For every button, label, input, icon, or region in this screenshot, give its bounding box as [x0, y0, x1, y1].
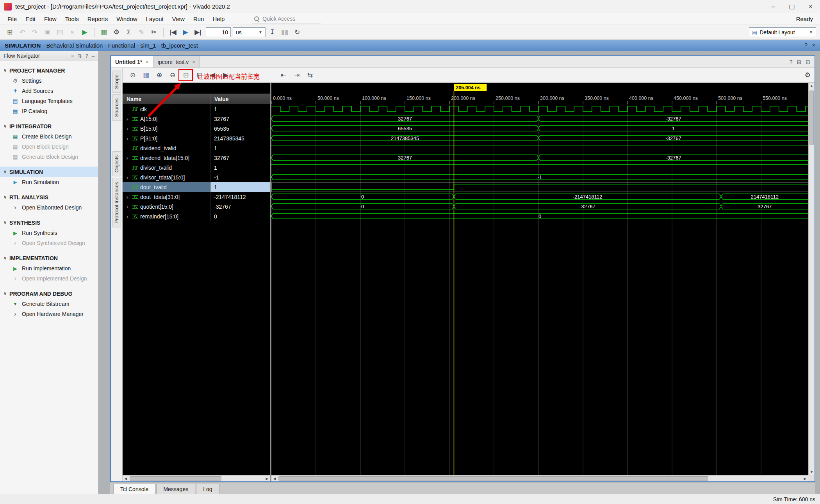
quick-access-search[interactable]: Quick Access	[252, 15, 321, 23]
close-icon[interactable]: ×	[192, 59, 195, 65]
flownav-item-open-synthesized-design[interactable]: Open Synthesized Design	[0, 238, 98, 248]
flow-section-header-program-and-debug[interactable]: ∨PROGRAM AND DEBUG	[0, 288, 98, 299]
open-project-icon[interactable]: ⊞	[4, 27, 16, 38]
signal-row[interactable]: ›dout_tdata[31:0]-2147418112	[123, 192, 270, 202]
maximize-button[interactable]: ▢	[783, 0, 801, 13]
menu-file[interactable]: File	[3, 14, 21, 24]
value-column-header[interactable]: Value	[210, 94, 270, 104]
console-tab-log[interactable]: Log	[196, 484, 219, 494]
flow-section-header-ip-integrator[interactable]: ∨IP INTEGRATOR	[0, 121, 98, 131]
flownav-item-run-simulation[interactable]: Run Simulation	[0, 177, 98, 187]
console-tab-tcl-console[interactable]: Tcl Console	[113, 484, 155, 494]
flownav-item-language-templates[interactable]: Language Templates	[0, 96, 98, 106]
expand-icon[interactable]: ›	[125, 214, 130, 219]
flownav-item-ip-catalog[interactable]: IP Catalog	[0, 106, 98, 116]
expand-icon[interactable]: ›	[125, 126, 130, 131]
flownav-item-open-block-design[interactable]: Open Block Design	[0, 142, 98, 152]
step-icon[interactable]: ↧	[266, 27, 278, 38]
maximize-icon[interactable]: ⊡	[806, 59, 810, 65]
expand-icon[interactable]: ›	[125, 175, 130, 180]
scroll-up-icon[interactable]: ▲	[809, 83, 815, 89]
menu-help[interactable]: Help	[208, 14, 229, 24]
side-tab-objects[interactable]: Objects	[112, 151, 121, 176]
edit-icon[interactable]: ✎	[135, 27, 147, 38]
menu-run[interactable]: Run	[189, 14, 209, 24]
wave-settings-icon[interactable]: ⚙	[805, 71, 811, 79]
flownav-item-generate-bitstream[interactable]: Generate Bitstream	[0, 299, 98, 309]
collapse-all-icon[interactable]: ≡	[71, 53, 74, 59]
undo-icon[interactable]: ↶	[16, 27, 28, 38]
flow-section-header-simulation[interactable]: ∨SIMULATION	[0, 167, 98, 177]
restart-icon[interactable]: |◀	[167, 27, 179, 38]
sum-icon[interactable]: Σ	[123, 27, 135, 38]
editor-tab-ipcore-test-v[interactable]: ipcore_test.v×	[153, 56, 200, 67]
menu-view[interactable]: View	[168, 14, 189, 24]
expand-icon[interactable]: ›	[125, 116, 130, 122]
name-column-header[interactable]: Name	[123, 94, 210, 104]
signal-row[interactable]: divisor_tvalid1	[123, 163, 270, 172]
flownav-item-add-sources[interactable]: Add Sources	[0, 86, 98, 96]
waveform-canvas[interactable]: 0.000 ns50.000 ns100.000 ns150.000 ns200…	[271, 83, 808, 475]
menu-window[interactable]: Window	[112, 14, 141, 24]
expand-icon[interactable]: ›	[125, 204, 130, 209]
names-hscroll-thumb[interactable]	[130, 476, 221, 481]
names-hscroll-track[interactable]	[129, 476, 264, 481]
menu-layout[interactable]: Layout	[142, 14, 168, 24]
side-tab-sources[interactable]: Sources	[112, 94, 121, 121]
close-button[interactable]: ×	[801, 0, 820, 13]
help-icon[interactable]: ?	[86, 53, 88, 59]
signal-row[interactable]: ›divisor_tdata[15:0]-1	[123, 172, 270, 182]
minimize-icon[interactable]: –	[92, 53, 94, 59]
menu-reports[interactable]: Reports	[83, 14, 112, 24]
toggle-cursor-icon[interactable]: ⇆	[305, 70, 316, 81]
signal-row[interactable]: ›P[31:0]2147385345	[123, 133, 270, 143]
wave-hscroll-track[interactable]	[278, 476, 802, 481]
settings-gear-icon[interactable]: ⚙	[111, 27, 122, 38]
close-icon[interactable]: ×	[812, 42, 815, 48]
minimize-button[interactable]: –	[764, 0, 783, 13]
expand-collapse-icon[interactable]: ⇅	[78, 53, 82, 59]
side-tab-scope[interactable]: Scope	[112, 71, 121, 93]
zoom-out-icon[interactable]: ⊖	[167, 70, 178, 81]
flownav-item-open-elaborated-design[interactable]: Open Elaborated Design	[0, 202, 98, 213]
flownav-item-run-implementation[interactable]: Run Implementation	[0, 263, 98, 273]
flow-section-header-rtl-analysis[interactable]: ∨RTL ANALYSIS	[0, 192, 98, 202]
copy-icon[interactable]: ▣	[41, 27, 53, 38]
wave-hscroll-thumb[interactable]	[278, 476, 708, 481]
side-tab-protocol-instances[interactable]: Protocol Instances	[112, 178, 121, 227]
expand-icon[interactable]: ›	[125, 136, 130, 141]
signal-row[interactable]: ›remainder[15:0]0	[123, 211, 270, 221]
find-icon[interactable]: ⊙	[127, 70, 138, 81]
menu-edit[interactable]: Edit	[21, 14, 40, 24]
editor-tab-untitled-1[interactable]: Untitled 1*×	[111, 56, 153, 67]
save-waveform-icon[interactable]: ▦	[141, 70, 152, 81]
wave-vscrollbar[interactable]: ▲ ▼	[808, 83, 815, 475]
goto-start-icon[interactable]: ⇤	[278, 70, 289, 81]
help-icon[interactable]: ?	[790, 59, 793, 65]
signal-row[interactable]: ›dividend_tdata[15:0]32767	[123, 153, 270, 163]
pause-icon[interactable]: ▮▮	[279, 27, 291, 38]
flownav-item-run-synthesis[interactable]: Run Synthesis	[0, 228, 98, 238]
flownav-item-generate-block-design[interactable]: Generate Block Design	[0, 152, 98, 162]
signal-row[interactable]: dout_tvalid1	[123, 182, 270, 192]
flownav-item-create-block-design[interactable]: Create Block Design	[0, 131, 98, 142]
wave-hscrollbar[interactable]: ◀ ▶	[271, 475, 808, 481]
time-unit-select[interactable]: us ▼	[233, 27, 266, 37]
signal-row[interactable]: clk1	[123, 104, 270, 114]
wave-panel[interactable]: 0.000 ns50.000 ns100.000 ns150.000 ns200…	[271, 83, 815, 481]
scroll-down-icon[interactable]: ▼	[809, 469, 815, 475]
run-button-icon[interactable]: ▶	[79, 27, 91, 38]
console-tab-messages[interactable]: Messages	[156, 484, 195, 494]
expand-icon[interactable]: ›	[125, 194, 130, 200]
flow-section-header-implementation[interactable]: ∨IMPLEMENTATION	[0, 253, 98, 263]
signal-row[interactable]: ›quotient[15:0]-32767	[123, 202, 270, 211]
delete-icon[interactable]: ×	[66, 27, 78, 38]
menu-flow[interactable]: Flow	[40, 14, 61, 24]
scroll-left-icon[interactable]: ◀	[271, 476, 278, 482]
run-all-icon[interactable]: ▶	[180, 27, 191, 38]
paste-icon[interactable]: ▤	[54, 27, 66, 38]
layout-select[interactable]: ▤ Default Layout ▼	[749, 27, 816, 37]
close-icon[interactable]: ×	[146, 59, 149, 65]
relaunch-icon[interactable]: ↻	[291, 27, 303, 38]
flownav-item-open-hardware-manager[interactable]: Open Hardware Manager	[0, 309, 98, 319]
